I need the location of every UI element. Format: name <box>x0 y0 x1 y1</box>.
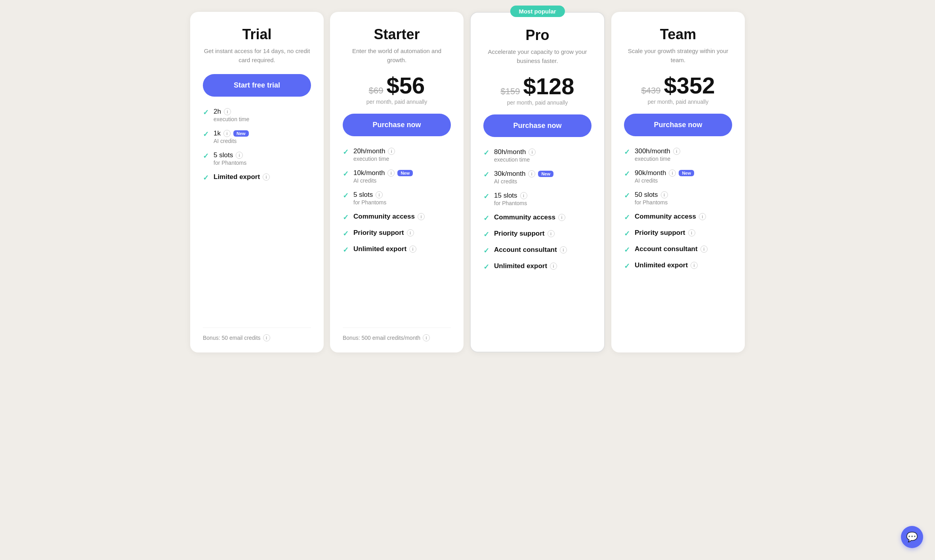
check-icon-team-4: ✓ <box>624 229 630 238</box>
info-icon-team-5[interactable]: i <box>700 246 708 253</box>
price-row-team: $439$352 <box>624 74 732 97</box>
info-icon-trial-1[interactable]: i <box>223 130 231 137</box>
feature-content-team-1: 90k/month i New AI credits <box>635 169 694 184</box>
feature-label-team-3: Community access <box>635 213 696 221</box>
check-icon-starter-2: ✓ <box>343 191 349 200</box>
feature-label-team-0: 300h/month <box>635 147 670 155</box>
price-new-team: $352 <box>664 74 715 97</box>
feature-main-row-team-1: 90k/month i New <box>635 169 694 177</box>
info-icon-starter-5[interactable]: i <box>409 246 416 253</box>
feature-content-trial-2: 5 slots i for Phantoms <box>214 151 246 166</box>
feature-content-starter-4: Priority support i <box>353 229 414 237</box>
info-icon-pro-4[interactable]: i <box>548 230 555 237</box>
feature-item-trial-0: ✓ 2h i execution time <box>203 108 311 122</box>
info-icon-team-3[interactable]: i <box>699 213 706 220</box>
chat-fab-button[interactable]: 💬 <box>901 526 923 548</box>
feature-main-row-trial-1: 1k i New <box>214 130 249 137</box>
feature-item-trial-2: ✓ 5 slots i for Phantoms <box>203 151 311 166</box>
feature-label-starter-4: Priority support <box>353 229 404 237</box>
feature-main-row-team-3: Community access i <box>635 213 706 221</box>
feature-content-pro-2: 15 slots i for Phantoms <box>494 192 527 206</box>
check-icon-team-1: ✓ <box>624 170 630 178</box>
feature-sub-starter-2: for Phantoms <box>353 199 386 206</box>
bonus-row-trial: Bonus: 50 email credits i <box>203 328 311 341</box>
cta-button-starter[interactable]: Purchase now <box>343 114 451 136</box>
feature-sub-starter-0: execution time <box>353 156 395 162</box>
feature-content-starter-3: Community access i <box>353 213 425 221</box>
info-icon-pro-1[interactable]: i <box>528 170 535 177</box>
check-icon-starter-4: ✓ <box>343 229 349 238</box>
feature-item-pro-1: ✓ 30k/month i New AI credits <box>483 170 592 185</box>
feature-item-team-5: ✓ Account consultant i <box>624 245 732 254</box>
feature-item-pro-3: ✓ Community access i <box>483 213 592 223</box>
feature-item-team-6: ✓ Unlimited export i <box>624 261 732 270</box>
feature-main-row-trial-0: 2h i <box>214 108 249 116</box>
info-icon-pro-5[interactable]: i <box>560 246 567 253</box>
feature-item-pro-2: ✓ 15 slots i for Phantoms <box>483 192 592 206</box>
check-icon-pro-6: ✓ <box>483 263 489 271</box>
plan-card-starter: StarterEnter the world of automation and… <box>330 12 464 352</box>
info-icon-team-4[interactable]: i <box>688 229 695 236</box>
check-icon-team-2: ✓ <box>624 191 630 200</box>
price-new-starter: $56 <box>386 74 425 97</box>
info-icon-team-2[interactable]: i <box>661 191 668 198</box>
price-period-team: per month, paid annually <box>624 99 732 105</box>
info-icon-pro-3[interactable]: i <box>558 214 565 221</box>
info-icon-trial-0[interactable]: i <box>224 108 231 115</box>
feature-label-starter-2: 5 slots <box>353 191 373 199</box>
feature-main-row-trial-3: Limited export i <box>214 173 270 181</box>
feature-main-row-team-0: 300h/month i <box>635 147 680 155</box>
bonus-info-icon-trial[interactable]: i <box>263 334 270 341</box>
feature-main-row-team-5: Account consultant i <box>635 245 708 253</box>
feature-label-pro-5: Account consultant <box>494 246 557 254</box>
feature-item-pro-0: ✓ 80h/month i execution time <box>483 148 592 163</box>
feature-label-trial-3: Limited export <box>214 173 260 181</box>
info-icon-pro-2[interactable]: i <box>520 192 527 199</box>
check-icon-team-6: ✓ <box>624 262 630 270</box>
info-icon-starter-2[interactable]: i <box>376 191 383 198</box>
info-icon-starter-1[interactable]: i <box>387 170 395 177</box>
feature-item-pro-5: ✓ Account consultant i <box>483 246 592 255</box>
info-icon-starter-0[interactable]: i <box>388 148 395 155</box>
feature-sub-trial-1: AI credits <box>214 138 249 144</box>
feature-label-pro-1: 30k/month <box>494 170 525 178</box>
plan-card-pro: Most popularProAccelerate your capacity … <box>470 12 605 352</box>
pricing-container: TrialGet instant access for 14 days, no … <box>190 12 745 352</box>
feature-content-trial-3: Limited export i <box>214 173 270 181</box>
cta-button-trial[interactable]: Start free trial <box>203 74 311 97</box>
info-icon-team-1[interactable]: i <box>669 170 676 177</box>
feature-content-starter-0: 20h/month i execution time <box>353 147 395 162</box>
cta-button-team[interactable]: Purchase now <box>624 114 732 136</box>
check-icon-team-5: ✓ <box>624 246 630 254</box>
info-icon-starter-4[interactable]: i <box>407 229 414 236</box>
feature-main-row-starter-1: 10k/month i New <box>353 169 413 177</box>
feature-label-starter-1: 10k/month <box>353 169 385 177</box>
bonus-text-trial: Bonus: 50 email credits <box>203 335 261 341</box>
price-old-pro: $159 <box>501 86 520 97</box>
info-icon-trial-3[interactable]: i <box>263 173 270 181</box>
info-icon-starter-3[interactable]: i <box>418 213 425 220</box>
feature-main-row-starter-5: Unlimited export i <box>353 245 416 253</box>
plan-title-starter: Starter <box>343 26 451 43</box>
new-badge-team-1: New <box>679 170 694 176</box>
feature-item-pro-6: ✓ Unlimited export i <box>483 262 592 271</box>
bonus-info-icon-starter[interactable]: i <box>423 334 430 341</box>
feature-item-starter-5: ✓ Unlimited export i <box>343 245 451 254</box>
feature-content-pro-1: 30k/month i New AI credits <box>494 170 553 185</box>
info-icon-team-6[interactable]: i <box>691 262 698 269</box>
feature-label-team-6: Unlimited export <box>635 261 688 269</box>
feature-label-trial-0: 2h <box>214 108 221 116</box>
feature-sub-pro-2: for Phantoms <box>494 200 527 206</box>
cta-button-pro[interactable]: Purchase now <box>483 114 592 137</box>
info-icon-team-0[interactable]: i <box>673 148 680 155</box>
price-period-pro: per month, paid annually <box>483 99 592 106</box>
feature-label-trial-2: 5 slots <box>214 151 233 159</box>
info-icon-pro-6[interactable]: i <box>550 263 557 270</box>
feature-label-pro-3: Community access <box>494 213 555 221</box>
feature-label-pro-2: 15 slots <box>494 192 517 200</box>
feature-sub-pro-0: execution time <box>494 156 536 163</box>
feature-main-row-pro-6: Unlimited export i <box>494 262 557 270</box>
info-icon-pro-0[interactable]: i <box>529 149 536 156</box>
feature-item-starter-1: ✓ 10k/month i New AI credits <box>343 169 451 184</box>
info-icon-trial-2[interactable]: i <box>236 152 243 159</box>
